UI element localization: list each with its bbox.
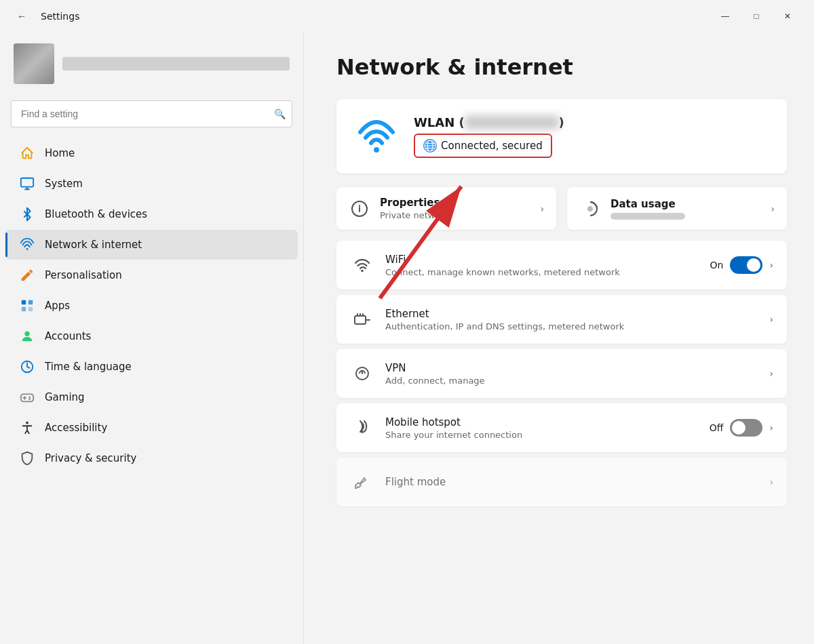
data-usage-chevron-icon: › [771, 203, 775, 214]
sidebar-item-apps[interactable]: Apps [5, 291, 298, 321]
data-usage-text: Data usage [610, 198, 761, 220]
ethernet-chevron-icon: › [769, 314, 773, 325]
wlan-name: WLAN (XXXXXXXXXX) [414, 115, 771, 129]
data-usage-icon [579, 198, 601, 220]
ethernet-content: Ethernet Authentication, IP and DNS sett… [385, 308, 758, 331]
wlan-info: WLAN (XXXXXXXXXX) Connected, secured [414, 115, 771, 158]
title-bar-title: Settings [41, 11, 79, 22]
sidebar-item-label-home: Home [45, 147, 75, 159]
sidebar-item-network[interactable]: Network & internet [5, 230, 298, 260]
vpn-right: › [769, 368, 773, 379]
ethernet-subtitle: Authentication, IP and DNS settings, met… [385, 321, 758, 331]
search-box: 🔍 [11, 100, 292, 127]
sidebar-item-privacy[interactable]: Privacy & security [5, 443, 298, 473]
ethernet-icon [350, 307, 374, 331]
properties-subtitle: Private network [380, 210, 530, 220]
mobile-hotspot-section: Mobile hotspot Share your internet conne… [336, 403, 787, 452]
svg-point-17 [361, 270, 364, 273]
sidebar-item-gaming[interactable]: Gaming [5, 382, 298, 412]
globe-icon [423, 139, 437, 153]
wifi-title: WiFi [385, 254, 699, 266]
sidebar-item-bluetooth[interactable]: Bluetooth & devices [5, 199, 298, 229]
sidebar-item-label-accessibility: Accessibility [45, 422, 107, 434]
vpn-title: VPN [385, 362, 758, 374]
maximize-button[interactable]: □ [741, 5, 772, 27]
ethernet-right: › [769, 314, 773, 325]
app-container: 🔍 Home [0, 33, 814, 644]
mobile-hotspot-toggle-thumb [732, 421, 745, 435]
wifi-toggle-label: On [710, 260, 723, 270]
wifi-content: WiFi Connect, manage known networks, met… [385, 254, 699, 277]
title-bar: ← Settings — □ ✕ [0, 0, 814, 33]
svg-point-9 [28, 397, 31, 399]
vpn-subtitle: Add, connect, manage [385, 376, 758, 386]
vpn-content: VPN Add, connect, manage [385, 362, 758, 386]
flight-mode-row[interactable]: Flight mode › [336, 458, 787, 506]
network-icon [19, 237, 35, 253]
data-usage-title: Data usage [610, 198, 761, 210]
close-button[interactable]: ✕ [772, 5, 803, 27]
sidebar-item-label-system: System [45, 178, 83, 190]
title-bar-left: ← Settings [11, 5, 79, 27]
vpn-row[interactable]: VPN Add, connect, manage › [336, 349, 787, 398]
sidebar: 🔍 Home [0, 33, 304, 644]
wifi-right: On › [710, 256, 773, 274]
user-profile[interactable] [0, 33, 303, 95]
properties-card[interactable]: Properties Private network › [336, 187, 556, 230]
sidebar-item-home[interactable]: Home [5, 138, 298, 168]
flight-mode-section: Flight mode › [336, 458, 787, 506]
mobile-hotspot-chevron-icon: › [769, 422, 773, 433]
properties-text: Properties Private network [380, 197, 530, 220]
sidebar-item-system[interactable]: System [5, 169, 298, 199]
data-usage-bar [610, 213, 685, 220]
search-input[interactable] [11, 100, 292, 127]
mobile-hotspot-toggle[interactable] [730, 419, 762, 437]
sidebar-item-label-time: Time & language [45, 361, 132, 373]
sidebar-item-label-bluetooth: Bluetooth & devices [45, 208, 147, 220]
sidebar-item-label-personalisation: Personalisation [45, 269, 122, 281]
ethernet-row[interactable]: Ethernet Authentication, IP and DNS sett… [336, 295, 787, 344]
flight-mode-icon [350, 470, 374, 494]
svg-rect-8 [21, 394, 33, 401]
wifi-subtitle: Connect, manage known networks, metered … [385, 267, 699, 277]
flight-mode-right: › [769, 477, 773, 487]
sidebar-item-time[interactable]: Time & language [5, 352, 298, 382]
svg-rect-2 [22, 300, 26, 304]
back-button[interactable]: ← [11, 5, 33, 27]
flight-mode-title: Flight mode [385, 476, 758, 488]
wifi-large-icon [353, 113, 400, 160]
sidebar-item-personalisation[interactable]: Personalisation [5, 260, 298, 290]
svg-point-16 [587, 206, 593, 212]
user-name-blurred [62, 57, 290, 71]
ethernet-section: Ethernet Authentication, IP and DNS sett… [336, 295, 787, 344]
mobile-hotspot-content: Mobile hotspot Share your internet conne… [385, 416, 699, 440]
minimize-button[interactable]: — [710, 5, 741, 27]
personalisation-icon [19, 267, 35, 283]
svg-point-12 [374, 147, 379, 153]
connected-text: Connected, secured [441, 140, 543, 152]
info-row: Properties Private network › Data usage [336, 187, 787, 230]
properties-chevron-icon: › [540, 203, 544, 214]
mobile-hotspot-row[interactable]: Mobile hotspot Share your internet conne… [336, 403, 787, 452]
wifi-toggle[interactable] [730, 256, 762, 274]
svg-rect-5 [28, 307, 33, 311]
wifi-icon [350, 253, 374, 277]
main-content: Network & internet WLAN (XXXXXXXXXX) [304, 33, 814, 644]
flight-mode-chevron-icon: › [769, 477, 773, 487]
ethernet-title: Ethernet [385, 308, 758, 320]
vpn-section: VPN Add, connect, manage › [336, 349, 787, 398]
sidebar-item-label-network: Network & internet [45, 239, 142, 251]
vpn-icon [350, 361, 374, 386]
wifi-row[interactable]: WiFi Connect, manage known networks, met… [336, 241, 787, 289]
svg-rect-18 [355, 316, 366, 324]
svg-point-1 [26, 248, 28, 250]
sidebar-item-label-gaming: Gaming [45, 391, 85, 403]
avatar [14, 43, 54, 84]
wifi-chevron-icon: › [769, 260, 773, 270]
svg-point-10 [28, 398, 31, 400]
bluetooth-icon [19, 206, 35, 222]
data-usage-card[interactable]: Data usage › [567, 187, 787, 230]
sidebar-item-accessibility[interactable]: Accessibility [5, 413, 298, 443]
sidebar-item-accounts[interactable]: Accounts [5, 321, 298, 351]
accessibility-icon [19, 420, 35, 436]
